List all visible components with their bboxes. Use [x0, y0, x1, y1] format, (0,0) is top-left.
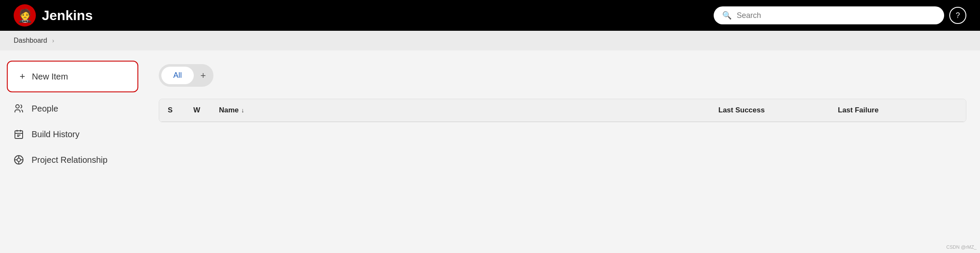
breadcrumb-dashboard[interactable]: Dashboard [14, 37, 47, 44]
build-history-icon [13, 129, 25, 139]
app-header: 🤵 Jenkins 🔍 ? [0, 0, 980, 31]
project-relationship-icon [13, 155, 25, 165]
tab-bar: All + [159, 64, 966, 87]
new-item-label: New Item [32, 72, 68, 82]
col-w: W [193, 106, 219, 115]
col-last-success: Last Success [718, 106, 838, 115]
tab-all[interactable]: All [161, 67, 194, 84]
col-s: S [168, 106, 193, 115]
sidebar: + New Item People [0, 50, 145, 247]
people-icon [13, 103, 25, 114]
jobs-table: S W Name ↓ Last Success Last Failure [159, 99, 966, 122]
col-last-failure: Last Failure [838, 106, 957, 115]
breadcrumb-separator: › [52, 37, 54, 44]
sidebar-people-label: People [32, 104, 58, 114]
col-name[interactable]: Name ↓ [219, 106, 718, 115]
watermark: CSDN @rMZ_ [946, 244, 977, 250]
table-header: S W Name ↓ Last Success Last Failure [159, 99, 966, 122]
jenkins-logo: 🤵 [14, 4, 36, 26]
sidebar-item-build-history[interactable]: Build History [7, 121, 138, 147]
app-title: Jenkins [42, 8, 93, 24]
search-icon: 🔍 [722, 11, 732, 20]
sidebar-item-project-relationship[interactable]: Project Relationship [7, 147, 138, 173]
sidebar-item-people[interactable]: People [7, 96, 138, 121]
jenkins-avatar: 🤵 [17, 8, 33, 23]
tab-pill-container: All + [159, 64, 213, 87]
sidebar-project-relationship-label: Project Relationship [32, 155, 108, 165]
new-item-button[interactable]: + New Item [7, 61, 138, 92]
content-area: All + S W Name ↓ Last Success Last Failu… [145, 50, 980, 247]
sidebar-build-history-label: Build History [32, 129, 79, 139]
search-input[interactable] [737, 11, 936, 20]
new-item-plus-icon: + [20, 71, 25, 82]
svg-point-0 [16, 105, 19, 108]
search-container: 🔍 ? [714, 6, 966, 24]
search-box: 🔍 [714, 6, 944, 24]
help-button[interactable]: ? [949, 7, 966, 24]
breadcrumb: Dashboard › [0, 31, 980, 50]
main-content: + New Item People [0, 50, 980, 247]
svg-point-6 [17, 158, 20, 162]
logo-container: 🤵 Jenkins [14, 4, 93, 26]
sort-arrow-icon: ↓ [241, 107, 244, 114]
tab-add-button[interactable]: + [195, 68, 211, 83]
